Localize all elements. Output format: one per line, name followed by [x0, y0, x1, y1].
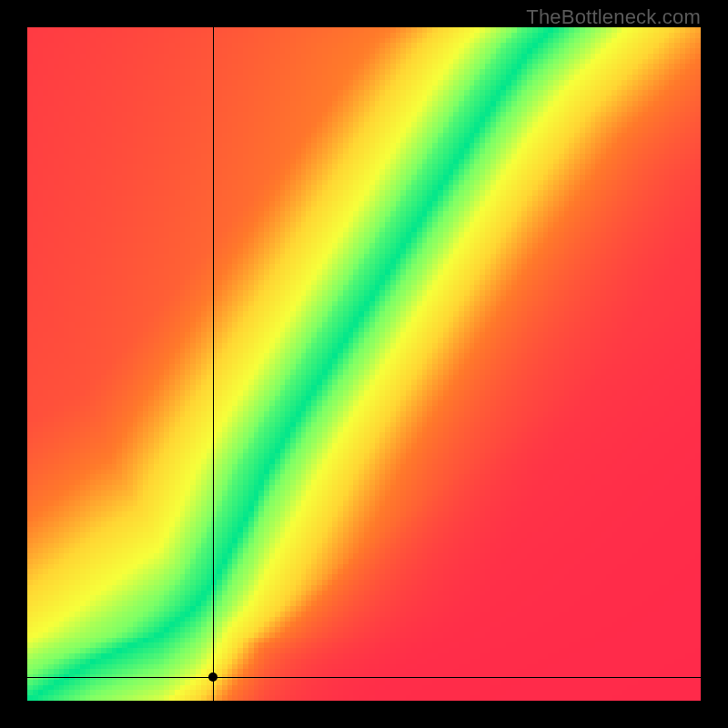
watermark-text: TheBottleneck.com: [526, 5, 701, 29]
crosshair-point: [208, 672, 217, 682]
plot-area: [27, 27, 701, 701]
crosshair-horizontal: [27, 677, 701, 678]
crosshair-vertical: [213, 27, 214, 701]
chart-frame: TheBottleneck.com: [0, 0, 728, 728]
bottleneck-heatmap: [27, 27, 701, 701]
